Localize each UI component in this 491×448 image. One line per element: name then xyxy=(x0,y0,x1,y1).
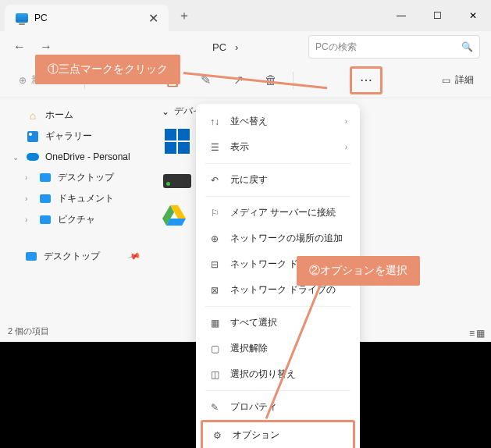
chevron-right-icon: › xyxy=(345,117,347,126)
search-placeholder: PCの検索 xyxy=(315,41,357,54)
search-icon: 🔍 xyxy=(461,41,473,52)
rename-button[interactable]: ✎ xyxy=(191,68,219,93)
drive-off-icon: ⊠ xyxy=(208,284,221,297)
sidebar-desktop[interactable]: › デスクトップ xyxy=(6,167,146,188)
device-windows[interactable] xyxy=(162,126,193,157)
deselect-icon: ▢ xyxy=(208,343,221,355)
more-highlight: ⋯ xyxy=(350,66,382,94)
properties-icon: ✎ xyxy=(208,401,221,414)
device-drive[interactable] xyxy=(162,165,193,196)
sidebar-label: デスクトップ xyxy=(58,171,114,184)
folder-icon xyxy=(25,251,37,263)
menu-toggle-select[interactable]: ◫ 選択の切り替え xyxy=(201,361,355,387)
sidebar-documents[interactable]: › ドキュメント xyxy=(6,188,146,209)
windows-icon xyxy=(165,129,190,154)
pin-icon: 📌 xyxy=(127,249,142,263)
view-grid-button[interactable]: ▦ xyxy=(476,328,485,339)
toggle-select-icon: ◫ xyxy=(208,368,221,381)
sidebar-label: ピクチャ xyxy=(58,213,95,226)
menu-separator xyxy=(205,196,350,197)
menu-options[interactable]: ⚙ オプション xyxy=(203,422,353,448)
onedrive-icon xyxy=(27,151,39,163)
google-drive-icon xyxy=(162,204,187,226)
menu-label: 元に戻す xyxy=(230,173,268,187)
menu-deselect[interactable]: ▢ 選択解除 xyxy=(201,336,355,361)
titlebar: PC ✕ ＋ — ☐ ✕ xyxy=(0,0,491,31)
home-icon: ⌂ xyxy=(27,109,39,122)
sidebar: ⌂ ホーム ギャラリー ⌄ OneDrive - Personal › デスクト… xyxy=(0,98,152,342)
close-tab-icon[interactable]: ✕ xyxy=(148,13,158,23)
menu-label: 選択解除 xyxy=(230,342,268,355)
search-input[interactable]: PCの検索 🔍 xyxy=(308,35,480,59)
pc-icon xyxy=(16,12,28,24)
menu-view[interactable]: ☰ 表示 › xyxy=(201,134,355,160)
sidebar-label: デスクトップ xyxy=(44,250,100,263)
menu-sort[interactable]: ↑↓ 並べ替え › xyxy=(201,108,355,134)
menu-undo[interactable]: ↶ 元に戻す xyxy=(201,167,355,193)
tab-pc[interactable]: PC ✕ xyxy=(5,5,169,31)
close-button[interactable]: ✕ xyxy=(455,0,491,31)
view-toggle: ≡ ▦ xyxy=(469,328,485,339)
sidebar-desktop-pinned[interactable]: デスクトップ 📌 xyxy=(6,246,146,267)
maximize-button[interactable]: ☐ xyxy=(419,0,455,31)
callout-text: ①三点マークをクリック xyxy=(48,62,168,75)
back-button[interactable]: ← xyxy=(8,35,31,59)
tab-title: PC xyxy=(34,12,142,23)
chevron-right-icon: › xyxy=(345,143,347,151)
menu-label: 表示 xyxy=(230,140,249,154)
menu-label: オプション xyxy=(233,428,279,442)
network-icon: ⊕ xyxy=(208,233,221,245)
more-button[interactable]: ⋯ xyxy=(352,69,380,92)
callout-text: ②オプションを選択 xyxy=(309,264,407,276)
menu-select-all[interactable]: ▦ すべて選択 xyxy=(201,310,355,336)
menu-label: ネットワークの場所の追加 xyxy=(230,232,343,245)
folder-icon xyxy=(39,193,52,205)
menu-label: メディア サーバーに接続 xyxy=(230,206,336,219)
menu-properties[interactable]: ✎ プロパティ xyxy=(201,394,355,420)
media-icon: ⚐ xyxy=(208,207,221,219)
chevron-right-icon[interactable]: › xyxy=(25,194,33,203)
separator xyxy=(293,72,294,89)
options-highlight: ⚙ オプション xyxy=(201,420,355,448)
plus-icon: ⊕ xyxy=(19,75,27,86)
new-tab-button[interactable]: ＋ xyxy=(178,8,190,24)
status-bar: 2 個の項目 xyxy=(8,325,49,337)
sidebar-label: OneDrive - Personal xyxy=(45,151,130,162)
details-label: 詳細 xyxy=(455,73,474,87)
menu-add-network-location[interactable]: ⊕ ネットワークの場所の追加 xyxy=(201,226,355,251)
callout-1: ①三点マークをクリック xyxy=(35,55,180,84)
menu-label: 並べ替え xyxy=(230,115,268,128)
select-all-icon: ▦ xyxy=(208,317,221,329)
gallery-icon xyxy=(27,130,39,143)
drive-icon: ⊟ xyxy=(208,258,221,271)
chevron-down-icon[interactable]: ⌄ xyxy=(162,106,169,117)
sidebar-label: ホーム xyxy=(45,108,73,122)
sidebar-label: ギャラリー xyxy=(45,130,92,143)
chevron-down-icon[interactable]: ⌄ xyxy=(12,153,20,162)
callout-2: ②オプションを選択 xyxy=(297,256,420,286)
drive-icon xyxy=(163,174,191,188)
status-text: 2 個の項目 xyxy=(8,326,49,336)
view-list-button[interactable]: ≡ xyxy=(469,328,475,339)
sidebar-gallery[interactable]: ギャラリー xyxy=(6,126,146,147)
device-google-drive[interactable] xyxy=(162,204,187,226)
menu-media-server[interactable]: ⚐ メディア サーバーに接続 xyxy=(201,200,355,226)
details-button[interactable]: ▭ 詳細 xyxy=(436,73,480,87)
gear-icon: ⚙ xyxy=(211,429,223,442)
menu-label: すべて選択 xyxy=(230,316,277,329)
sort-icon: ↑↓ xyxy=(208,116,221,128)
menu-separator xyxy=(205,306,350,307)
menu-separator xyxy=(205,163,350,164)
sidebar-pictures[interactable]: › ピクチャ xyxy=(6,209,146,230)
minimize-button[interactable]: — xyxy=(383,0,419,31)
chevron-right-icon[interactable]: › xyxy=(25,215,33,224)
chevron-right-icon[interactable]: › xyxy=(25,173,33,182)
sidebar-onedrive[interactable]: ⌄ OneDrive - Personal xyxy=(6,147,146,167)
breadcrumb-visible[interactable]: PC › xyxy=(212,41,238,53)
window-controls: — ☐ ✕ xyxy=(383,0,491,31)
undo-icon: ↶ xyxy=(208,174,221,187)
folder-icon xyxy=(39,172,52,184)
folder-icon xyxy=(39,214,52,226)
sidebar-label: ドキュメント xyxy=(58,192,114,205)
sidebar-home[interactable]: ⌂ ホーム xyxy=(6,105,146,126)
